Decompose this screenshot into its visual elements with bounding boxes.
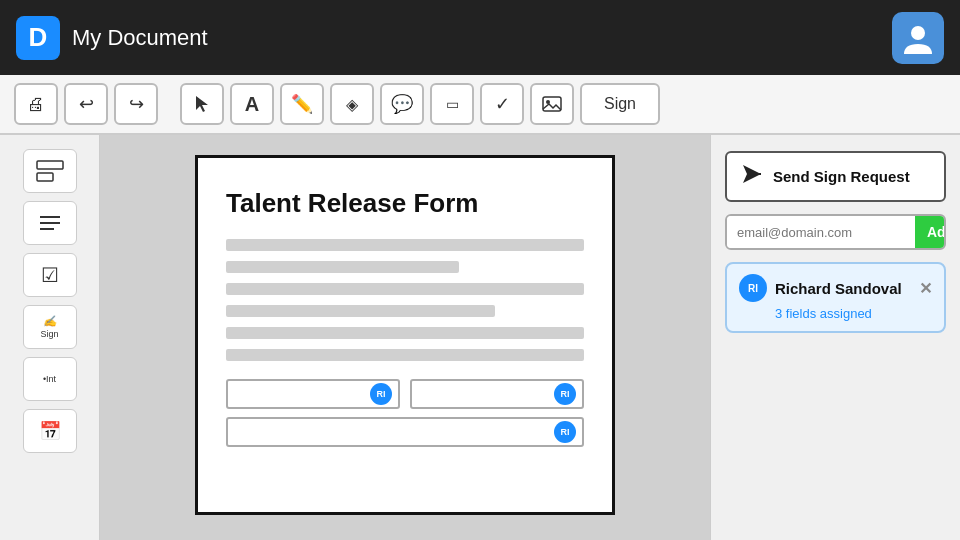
svg-rect-5 [37, 173, 53, 181]
recipient-avatar: RI [739, 274, 767, 302]
text-button[interactable]: A [230, 83, 274, 125]
field-box-3[interactable]: RI [226, 417, 584, 447]
doc-line-2 [226, 261, 459, 273]
tool-date[interactable]: 📅 [23, 409, 77, 453]
doc-line-5 [226, 327, 584, 339]
main-area: ☑ ✍ Sign •Int 📅 Talent Release Form RI [0, 135, 960, 540]
tool-text-fields[interactable] [23, 149, 77, 193]
toolbar: 🖨 ↩ ↪ A ✏️ ◈ 💬 ▭ ✓ Sign [0, 75, 960, 135]
svg-marker-1 [196, 96, 208, 112]
tool-checkbox[interactable]: ☑ [23, 253, 77, 297]
email-row: Add [725, 214, 946, 250]
document-area: Talent Release Form RI RI RI [100, 135, 710, 540]
send-icon [741, 163, 763, 190]
doc-line-1 [226, 239, 584, 251]
sign-button[interactable]: Sign [580, 83, 660, 125]
header: D My Document [0, 0, 960, 75]
recipient-header: RI Richard Sandoval ✕ [739, 274, 932, 302]
eraser-button[interactable]: ▭ [430, 83, 474, 125]
field-row-2: RI [226, 417, 584, 447]
comment-button[interactable]: 💬 [380, 83, 424, 125]
field-badge-1: RI [370, 383, 392, 405]
field-box-1[interactable]: RI [226, 379, 400, 409]
doc-line-6 [226, 349, 584, 361]
pen-button[interactable]: ✏️ [280, 83, 324, 125]
doc-line-4 [226, 305, 495, 317]
field-row-1: RI RI [226, 379, 584, 409]
add-recipient-button[interactable]: Add [915, 216, 946, 248]
recipient-remove-button[interactable]: ✕ [919, 279, 932, 298]
checkmark-button[interactable]: ✓ [480, 83, 524, 125]
svg-rect-4 [37, 161, 63, 169]
tool-initial[interactable]: •Int [23, 357, 77, 401]
undo-button[interactable]: ↩ [64, 83, 108, 125]
field-badge-2: RI [554, 383, 576, 405]
highlighter-button[interactable]: ◈ [330, 83, 374, 125]
app-logo: D [16, 16, 60, 60]
document-title: My Document [72, 25, 880, 51]
tool-signature[interactable]: ✍ Sign [23, 305, 77, 349]
recipient-fields-label: 3 fields assigned [775, 306, 932, 321]
send-sign-label: Send Sign Request [773, 168, 910, 185]
document: Talent Release Form RI RI RI [195, 155, 615, 515]
document-title: Talent Release Form [226, 188, 584, 219]
send-sign-request-button[interactable]: Send Sign Request [725, 151, 946, 202]
recipient-name: Richard Sandoval [775, 280, 911, 297]
email-input[interactable] [727, 216, 915, 248]
left-sidebar: ☑ ✍ Sign •Int 📅 [0, 135, 100, 540]
right-sidebar: Send Sign Request Add RI Richard Sandova… [710, 135, 960, 540]
user-avatar[interactable] [892, 12, 944, 64]
tool-list[interactable] [23, 201, 77, 245]
doc-line-3 [226, 283, 584, 295]
field-box-2[interactable]: RI [410, 379, 584, 409]
image-button[interactable] [530, 83, 574, 125]
svg-rect-2 [543, 97, 561, 111]
svg-point-0 [911, 26, 925, 40]
recipient-card: RI Richard Sandoval ✕ 3 fields assigned [725, 262, 946, 333]
field-badge-3: RI [554, 421, 576, 443]
select-button[interactable] [180, 83, 224, 125]
redo-button[interactable]: ↪ [114, 83, 158, 125]
print-button[interactable]: 🖨 [14, 83, 58, 125]
